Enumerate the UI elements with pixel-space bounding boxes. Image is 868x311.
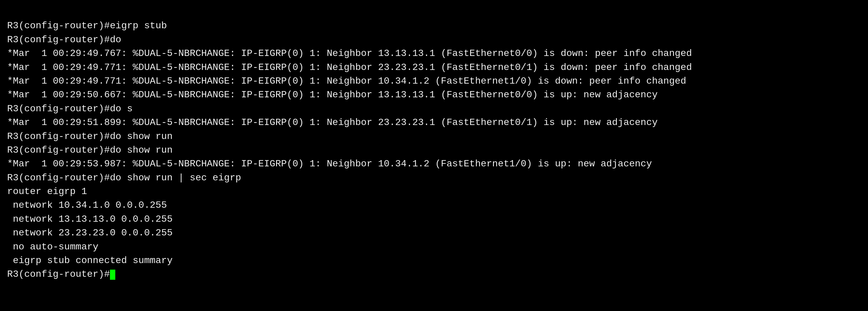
terminal-line: router eigrp 1 [7, 185, 861, 198]
terminal-line: *Mar 1 00:29:53.987: %DUAL-5-NBRCHANGE: … [7, 157, 861, 171]
terminal-line: *Mar 1 00:29:49.767: %DUAL-5-NBRCHANGE: … [7, 47, 861, 60]
terminal-line: R3(config-router)#do show run [7, 130, 861, 143]
terminal-line: R3(config-router)#eigrp stub [7, 19, 861, 33]
terminal-line: R3(config-router)#do s [7, 102, 861, 116]
terminal-line: *Mar 1 00:29:49.771: %DUAL-5-NBRCHANGE: … [7, 75, 861, 88]
terminal-line: R3(config-router)# [7, 267, 861, 281]
terminal-line: *Mar 1 00:29:51.899: %DUAL-5-NBRCHANGE: … [7, 116, 861, 130]
terminal-line: network 23.23.23.0 0.0.0.255 [7, 226, 861, 240]
terminal-line: network 13.13.13.0 0.0.0.255 [7, 213, 861, 226]
terminal-line: R3(config-router)#do show run [7, 143, 861, 157]
terminal-line: R3(config-router)#do show run | sec eigr… [7, 171, 861, 185]
terminal-line: *Mar 1 00:29:50.667: %DUAL-5-NBRCHANGE: … [7, 88, 861, 102]
terminal-line: R3(config-router)#do [7, 33, 861, 47]
terminal-cursor [110, 270, 115, 280]
terminal-window[interactable]: R3(config-router)#eigrp stubR3(config-ro… [0, 0, 868, 311]
terminal-line: *Mar 1 00:29:49.771: %DUAL-5-NBRCHANGE: … [7, 61, 861, 75]
terminal-line: no auto-summary [7, 240, 861, 254]
terminal-line: eigrp stub connected summary [7, 254, 861, 267]
terminal-line: network 10.34.1.0 0.0.0.255 [7, 198, 861, 212]
